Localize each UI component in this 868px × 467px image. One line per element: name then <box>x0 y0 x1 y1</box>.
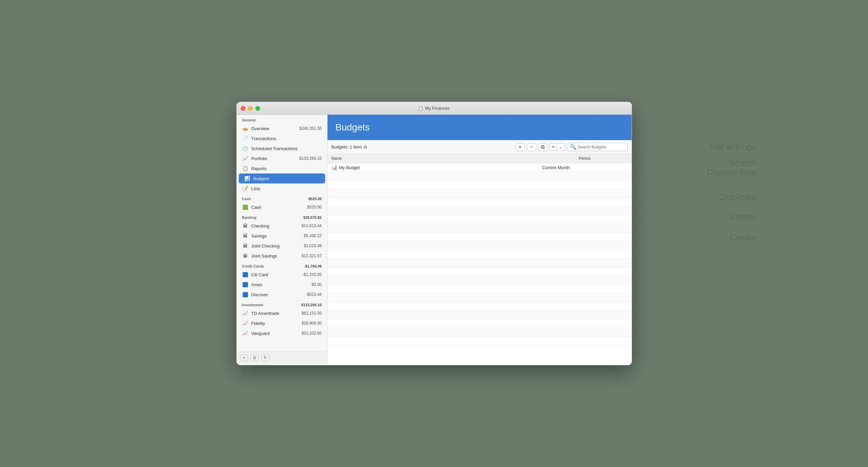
table-row-empty-14 <box>328 285 632 294</box>
sidebar-item-vanguard[interactable]: 📈 Vanguard $31,202.60 <box>237 328 327 338</box>
table-row-empty-5 <box>328 207 632 215</box>
table-row[interactable]: 📊 My Budget Current Month <box>328 163 632 172</box>
vanguard-icon: 📈 <box>242 330 249 337</box>
table-row-empty-9 <box>328 241 632 250</box>
section-cash: Cash $525.00 <box>237 194 327 202</box>
toolbar-info: Budgets: 1 Item ⚙ <box>332 144 368 150</box>
sidebar-item-joint-savings[interactable]: 🏛 Joint Savings $12,321.67 <box>237 251 327 261</box>
joint-checking-icon: 🏛 <box>242 242 249 249</box>
savings-icon: 🏛 <box>242 233 249 239</box>
search-input[interactable] <box>578 145 625 149</box>
add-account-button[interactable]: + <box>240 355 248 361</box>
table-row-empty-20 <box>328 337 632 345</box>
table-row-empty-11 <box>328 259 632 268</box>
remove-budget-button[interactable]: − <box>527 143 536 151</box>
sidebar-item-citi[interactable]: 🟦 Citi Card -$1,242.65 <box>237 269 327 279</box>
table-row-empty-1 <box>328 172 632 181</box>
gear-icon[interactable]: ⚙ <box>363 144 368 150</box>
sidebar: General 🥧 Overview $245,351.50 📄 Transac… <box>237 115 328 365</box>
sidebar-item-joint-checking[interactable]: 🏛 Joint Checking $1,010.49 <box>237 241 327 251</box>
section-investments: Investments $133,260.10 <box>237 300 327 308</box>
app-window: 📋 My Finances General 🥧 Overview $245,35… <box>236 102 632 365</box>
search-icon: 🔍 <box>570 144 577 150</box>
list-view-button[interactable]: ≡ <box>550 143 557 151</box>
main-content: General 🥧 Overview $245,351.50 📄 Transac… <box>237 115 632 365</box>
annotation-lines <box>645 102 759 365</box>
scheduled-icon: 🕐 <box>242 145 249 152</box>
search-box: 🔍 <box>567 143 628 151</box>
annotation-delete: Delete. <box>731 212 758 222</box>
sort-button[interactable]: ⌄ <box>557 143 564 151</box>
sidebar-item-portfolio[interactable]: 📈 Portfolio $133,260.10 <box>237 154 327 163</box>
close-button[interactable] <box>241 106 245 111</box>
section-credit: Credit Cards -$1,766.09 <box>237 261 327 269</box>
lists-icon: 📝 <box>242 185 249 192</box>
table-row-empty-2 <box>328 181 632 190</box>
table-row-empty-15 <box>328 294 632 302</box>
fidelity-icon: 📈 <box>242 320 249 327</box>
table-row-empty-10 <box>328 250 632 259</box>
window-controls <box>241 106 260 111</box>
refresh-button[interactable]: ↻ <box>261 355 270 361</box>
table-row-empty-16 <box>328 302 632 311</box>
col-name-header: Name <box>328 154 538 163</box>
sidebar-item-cash[interactable]: 🟩 Cash $525.00 <box>237 202 327 212</box>
td-icon: 📈 <box>242 310 249 316</box>
reports-icon: 📋 <box>242 165 249 172</box>
sidebar-item-discover[interactable]: 🟦 Discover -$523.44 <box>237 290 327 300</box>
annotations-layer: Edit settings. Search. Change view. Dupl… <box>645 102 759 365</box>
joint-savings-icon: 🏛 <box>242 253 249 259</box>
table-row-empty-6 <box>328 215 632 224</box>
toolbar-left: Budgets: 1 Item ⚙ <box>332 144 514 150</box>
thumbnail-button[interactable]: ⊟ <box>251 355 259 361</box>
budget-table: Name Period 📊 My Budget Current Month <box>328 154 632 365</box>
duplicate-budget-button[interactable]: ⧉ <box>538 143 548 151</box>
annotation-change-view: Change view. <box>706 167 758 177</box>
annotation-edit-settings: Edit settings. <box>709 142 759 152</box>
sidebar-item-td[interactable]: 📈 TD Ameritrade $62,151.50 <box>237 308 327 318</box>
sidebar-item-overview[interactable]: 🥧 Overview $245,351.50 <box>237 124 327 133</box>
amex-icon: 🟦 <box>242 281 249 288</box>
table-row-empty-18 <box>328 320 632 328</box>
panel-toolbar: Budgets: 1 Item ⚙ + − ⧉ ≡ ⌄ <box>328 140 632 154</box>
table-row-empty-13 <box>328 276 632 285</box>
checking-icon: 🏛 <box>242 223 249 229</box>
table-row-empty-7 <box>328 224 632 233</box>
sidebar-item-budgets[interactable]: 📊 Budgets <box>239 173 325 184</box>
citi-icon: 🟦 <box>242 271 249 278</box>
table-row-empty-4 <box>328 198 632 207</box>
table-row-empty-17 <box>328 311 632 320</box>
overview-icon: 🥧 <box>242 125 249 132</box>
sidebar-item-scheduled[interactable]: 🕐 Scheduled Transactions <box>237 143 327 154</box>
table-row-empty-19 <box>328 328 632 337</box>
panel-header: Budgets <box>328 115 632 140</box>
budget-name-cell: 📊 My Budget <box>328 163 538 172</box>
budget-period-cell: Current Month <box>538 163 632 172</box>
sidebar-footer: + ⊟ ↻ <box>237 352 327 364</box>
title-icon: 📋 <box>418 106 423 111</box>
annotation-create: Create. <box>730 233 758 243</box>
title-bar: 📋 My Finances <box>237 102 632 115</box>
panel-title: Budgets <box>336 122 624 133</box>
sidebar-item-lists[interactable]: 📝 Lists <box>237 184 327 194</box>
table-row-empty-12 <box>328 268 632 276</box>
view-toggle: ≡ ⌄ <box>550 143 565 151</box>
sidebar-item-amex[interactable]: 🟦 Amex $0.00 <box>237 279 327 290</box>
sidebar-item-transactions[interactable]: 📄 Transactions <box>237 133 327 143</box>
sidebar-item-checking[interactable]: 🏛 Checking $10,813.44 <box>237 221 327 231</box>
sidebar-item-fidelity[interactable]: 📈 Fidelity $39,906.00 <box>237 318 327 328</box>
maximize-button[interactable] <box>255 106 260 111</box>
annotation-search: Search. <box>729 158 759 168</box>
right-panel: Budgets Budgets: 1 Item ⚙ + − <box>328 115 632 365</box>
budget-row-icon: 📊 <box>332 165 337 170</box>
add-budget-button[interactable]: + <box>516 143 525 151</box>
cash-icon: 🟩 <box>242 204 249 210</box>
portfolio-icon: 📈 <box>242 155 249 162</box>
sidebar-item-savings[interactable]: 🏛 Savings $5,430.22 <box>237 231 327 241</box>
table-row-empty-8 <box>328 233 632 241</box>
col-period-header: Period <box>538 154 632 163</box>
table-header: Name Period <box>328 154 632 163</box>
budgets-icon: 📊 <box>244 175 251 182</box>
minimize-button[interactable] <box>248 106 253 111</box>
sidebar-item-reports[interactable]: 📋 Reports <box>237 163 327 173</box>
